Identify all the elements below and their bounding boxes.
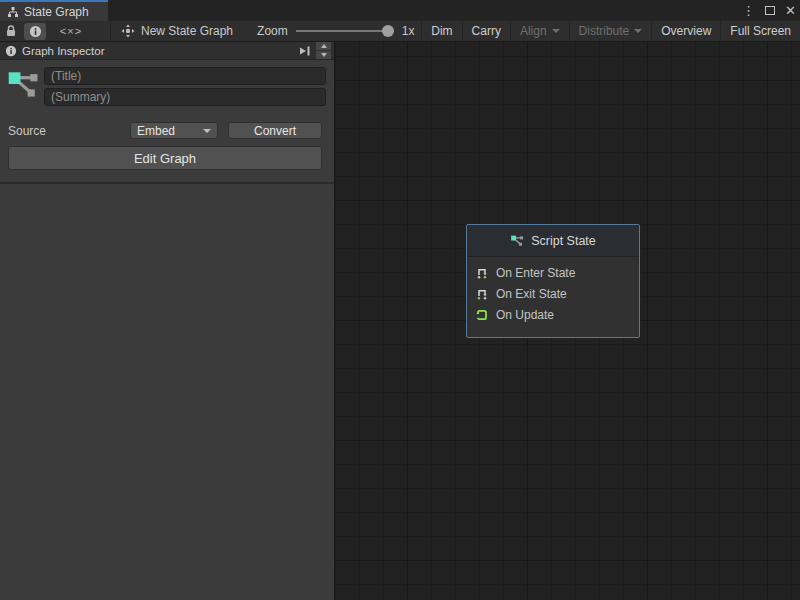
source-label: Source	[8, 124, 46, 138]
node-title: Script State	[531, 234, 596, 248]
info-icon	[29, 25, 42, 38]
scroll-stepper	[316, 42, 331, 59]
dock-right-icon[interactable]	[298, 44, 312, 58]
chevron-down-icon	[552, 29, 560, 33]
titlebar: State Graph ⋮ ✕	[0, 0, 800, 21]
scroll-down-button[interactable]	[316, 51, 331, 59]
zoom-label: Zoom	[257, 24, 288, 38]
zoom-slider-track	[296, 30, 394, 32]
tab-state-graph[interactable]: State Graph	[0, 0, 108, 21]
graph-inspector-title: Graph Inspector	[22, 45, 293, 57]
dim-button[interactable]: Dim	[422, 21, 461, 42]
chevron-up-icon	[321, 44, 327, 48]
script-state-node[interactable]: Script State On Enter State O	[466, 224, 640, 338]
align-button[interactable]: Align	[511, 21, 569, 42]
zoom-slider-thumb[interactable]	[382, 25, 394, 37]
close-icon[interactable]: ✕	[785, 0, 796, 21]
window-controls: ⋮ ✕	[742, 0, 796, 21]
exit-state-icon	[475, 287, 489, 301]
toolbar: <×> New State Graph Zoom 1x Dim Carry Al…	[0, 21, 800, 42]
event-label: On Exit State	[496, 287, 567, 301]
menu-icon[interactable]: ⋮	[742, 0, 755, 21]
update-icon	[475, 308, 489, 322]
inspector-empty-area	[0, 184, 334, 600]
distribute-button[interactable]: Distribute	[570, 21, 652, 42]
overview-button[interactable]: Overview	[652, 21, 720, 42]
summary-field[interactable]	[44, 88, 326, 106]
script-state-node-header[interactable]: Script State	[467, 225, 639, 257]
maximize-icon[interactable]	[765, 6, 775, 15]
graph-inspector-header: Graph Inspector	[0, 42, 334, 60]
move-icon	[121, 24, 135, 38]
event-row-on-exit-state[interactable]: On Exit State	[467, 283, 639, 304]
zoom-value: 1x	[402, 24, 415, 38]
chevron-down-icon	[634, 29, 642, 33]
zoom-slider[interactable]	[296, 24, 394, 38]
convert-button[interactable]: Convert	[228, 122, 322, 139]
new-state-graph-button[interactable]: New State Graph	[111, 24, 243, 38]
inspector-toggle-button[interactable]	[24, 23, 46, 40]
script-state-node-body: On Enter State On Exit State On Update	[467, 257, 639, 325]
chevron-down-icon	[203, 129, 211, 133]
full-screen-button[interactable]: Full Screen	[721, 21, 800, 42]
lock-button[interactable]	[0, 21, 22, 42]
lock-icon	[5, 24, 17, 38]
source-dropdown[interactable]: Embed	[130, 122, 218, 139]
code-view-button[interactable]: <×>	[48, 21, 94, 42]
title-field[interactable]	[44, 67, 326, 85]
info-icon	[5, 45, 17, 57]
state-graph-node-icon	[510, 233, 525, 248]
event-row-on-enter-state[interactable]: On Enter State	[467, 262, 639, 283]
toolbar-right-group: Dim Carry Align Distribute Overview Full…	[421, 21, 800, 42]
graph-canvas[interactable]: Script State On Enter State O	[335, 42, 800, 600]
event-row-on-update[interactable]: On Update	[467, 304, 639, 325]
event-label: On Update	[496, 308, 554, 322]
source-dropdown-value: Embed	[137, 124, 175, 138]
state-graph-node-icon	[6, 66, 42, 102]
scroll-up-button[interactable]	[316, 42, 331, 50]
event-label: On Enter State	[496, 266, 575, 280]
enter-state-icon	[475, 266, 489, 280]
edit-graph-button[interactable]: Edit Graph	[8, 146, 322, 170]
graph-inspector-panel: Graph Inspector Source Embed Convert Edi…	[0, 42, 335, 600]
zoom-control: Zoom 1x	[257, 24, 414, 38]
new-state-graph-label: New State Graph	[141, 24, 233, 38]
tab-title: State Graph	[24, 5, 89, 19]
chevron-down-icon	[321, 53, 327, 57]
state-graph-icon	[7, 6, 19, 18]
carry-button[interactable]: Carry	[463, 21, 510, 42]
